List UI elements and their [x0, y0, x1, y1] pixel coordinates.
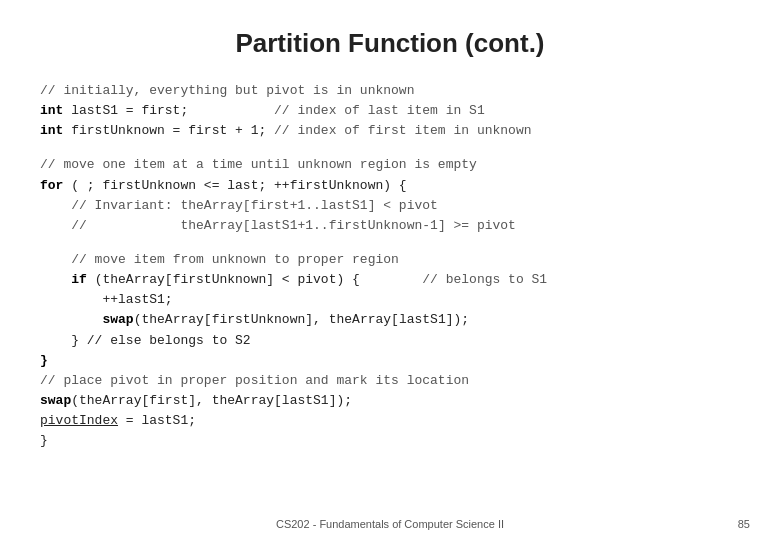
indent-3: [40, 292, 102, 307]
code-line-12: } // else belongs to S2: [40, 331, 740, 351]
comment-move-one: // move one item at a time until unknown…: [40, 157, 477, 172]
spacer-1: [40, 141, 740, 155]
comment-belongs-s1: // belongs to S1: [422, 272, 547, 287]
code-line-4: // move one item at a time until unknown…: [40, 155, 740, 175]
code-line-17: }: [40, 431, 740, 451]
indent-2: [40, 252, 71, 267]
comment-lastS1: // index of last item in S1: [274, 103, 485, 118]
indent-2b: [40, 272, 71, 287]
footer-course: CS202 - Fundamentals of Computer Science…: [276, 518, 504, 530]
indent-1: [40, 198, 71, 213]
footer: CS202 - Fundamentals of Computer Science…: [0, 518, 780, 530]
indent-1b: [40, 218, 71, 233]
footer-page-number: 85: [738, 518, 750, 530]
code-line-6: // Invariant: theArray[first+1..lastS1] …: [40, 196, 740, 216]
code-block: // initially, everything but pivot is in…: [40, 81, 740, 451]
keyword-close-brace-for: }: [40, 353, 48, 368]
code-else-comment: } // else belongs to S2: [71, 333, 250, 348]
keyword-if: if: [71, 272, 87, 287]
comment-invariant-1: // Invariant: theArray[first+1..lastS1] …: [71, 198, 438, 213]
page-title: Partition Function (cont.): [235, 28, 544, 59]
code-firstUnknown-decl: int firstUnknown = first + 1;: [40, 123, 274, 138]
code-line-11: swap(theArray[firstUnknown], theArray[la…: [40, 310, 740, 330]
code-line-2: int lastS1 = first; // index of last ite…: [40, 101, 740, 121]
code-pivotIndex-assign: = lastS1;: [118, 413, 196, 428]
comment-firstUnknown: // index of first item in unknown: [274, 123, 531, 138]
keyword-swap-2: swap: [40, 393, 71, 408]
code-swap-2: (theArray[first], theArray[lastS1]);: [71, 393, 352, 408]
code-line-8: // move item from unknown to proper regi…: [40, 250, 740, 270]
code-line-13: }: [40, 351, 740, 371]
code-line-7: // theArray[lastS1+1..firstUnknown-1] >=…: [40, 216, 740, 236]
code-line-10: ++lastS1;: [40, 290, 740, 310]
comment-place-pivot: // place pivot in proper position and ma…: [40, 373, 469, 388]
code-increment-lastS1: ++lastS1;: [102, 292, 172, 307]
code-line-5: for ( ; firstUnknown <= last; ++firstUnk…: [40, 176, 740, 196]
comment-invariant-2: // theArray[lastS1+1..firstUnknown-1] >=…: [71, 218, 516, 233]
code-line-1: // initially, everything but pivot is in…: [40, 81, 740, 101]
code-line-15: swap(theArray[first], theArray[lastS1]);: [40, 391, 740, 411]
code-closing-brace: }: [40, 433, 48, 448]
code-line-3: int firstUnknown = first + 1; // index o…: [40, 121, 740, 141]
code-lastS1-decl: int lastS1 = first;: [40, 103, 274, 118]
spacer-2: [40, 236, 740, 250]
keyword-for: for: [40, 178, 63, 193]
indent-3b: [40, 312, 102, 327]
code-line-16: pivotIndex = lastS1;: [40, 411, 740, 431]
code-line-9: if (theArray[firstUnknown] < pivot) { //…: [40, 270, 740, 290]
code-for-stmt: ( ; firstUnknown <= last; ++firstUnknown…: [63, 178, 406, 193]
comment-move-item: // move item from unknown to proper regi…: [71, 252, 399, 267]
comment-initially: // initially, everything but pivot is in…: [40, 83, 414, 98]
code-if-stmt: (theArray[firstUnknown] < pivot) {: [87, 272, 422, 287]
page: Partition Function (cont.) // initially,…: [0, 0, 780, 540]
code-line-14: // place pivot in proper position and ma…: [40, 371, 740, 391]
keyword-swap-1: swap: [102, 312, 133, 327]
indent-2c: [40, 333, 71, 348]
code-pivotIndex: pivotIndex: [40, 413, 118, 428]
code-swap-1: (theArray[firstUnknown], theArray[lastS1…: [134, 312, 469, 327]
